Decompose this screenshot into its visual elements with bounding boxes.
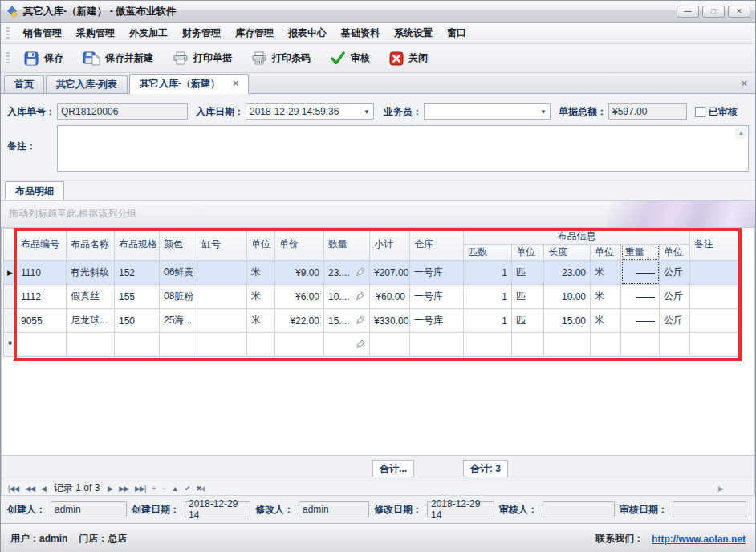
grid-cell-length[interactable]: 23.00 <box>544 261 591 285</box>
grid-cell-qty[interactable] <box>324 333 370 357</box>
menu-grip-handle[interactable] <box>6 27 10 40</box>
col-header-spec[interactable]: 布品规格 <box>115 229 160 261</box>
grid-cell-name[interactable]: 假真丝 <box>67 285 115 309</box>
nav-prev-icon[interactable]: ◀ <box>38 485 49 493</box>
grid-row[interactable]: ▶1110有光斜纹15206鲜黄米¥9.0023....¥207.00一号库1匹… <box>4 261 742 285</box>
grid-cell-length_unit[interactable] <box>591 333 621 357</box>
date-dropdown[interactable]: 2018-12-29 14:59:36 ▼ <box>246 104 374 120</box>
grid-cell-color[interactable] <box>160 333 197 357</box>
nav-prev-page-icon[interactable]: ◀◀ <box>22 485 38 493</box>
grid-cell-remark[interactable] <box>690 285 742 309</box>
grid-cell-name[interactable]: 尼龙球... <box>67 309 115 333</box>
grid-cell-batch[interactable] <box>197 309 247 333</box>
col-header-remark[interactable]: 备注 <box>690 229 742 261</box>
tab-home[interactable]: 首页 <box>4 75 44 93</box>
grid-cell-spec[interactable]: 155 <box>115 285 160 309</box>
grid-cell-warehouse[interactable]: 一号库 <box>410 261 464 285</box>
col-header-warehouse[interactable]: 仓库 <box>410 229 464 261</box>
maximize-button[interactable]: □ <box>702 6 725 18</box>
col-header-weight[interactable]: 重量 <box>621 245 660 261</box>
minimize-button[interactable]: — <box>677 6 699 18</box>
website-link[interactable]: http://www.aolan.net <box>652 534 746 545</box>
remark-textarea[interactable]: ▲ <box>57 125 749 172</box>
total-field[interactable]: ¥597.00 <box>608 104 687 120</box>
grid-cell-spec[interactable] <box>115 333 160 357</box>
grid-cell-color[interactable]: 08脏粉 <box>160 285 197 309</box>
grid-cell-length[interactable] <box>544 333 591 357</box>
grid-cell-batch[interactable] <box>197 285 247 309</box>
save-and-new-button[interactable]: 保存并新建 <box>73 48 163 69</box>
nav-last-icon[interactable]: ▶▶| <box>132 485 148 493</box>
tabbar-close-icon[interactable]: × <box>741 77 747 89</box>
grid-cell-length_unit[interactable]: 米 <box>591 261 621 285</box>
close-button[interactable]: ✕ <box>728 6 750 18</box>
nav-next-page-icon[interactable]: ▶▶ <box>116 485 132 493</box>
auditor-field[interactable] <box>543 501 615 518</box>
menu-item-2[interactable]: 外发加工 <box>122 24 175 43</box>
menu-item-4[interactable]: 库存管理 <box>228 24 281 43</box>
menu-item-3[interactable]: 财务管理 <box>175 24 228 43</box>
audit-button[interactable]: 审核 <box>320 48 380 68</box>
grid-row[interactable]: 1112假真丝15508脏粉米¥6.0010....¥60.00一号库1匹10.… <box>4 285 742 309</box>
grid-cell-color[interactable]: 25海... <box>160 309 197 333</box>
grid-cell-remark[interactable] <box>690 261 742 285</box>
grid-cell-batch[interactable] <box>197 333 247 357</box>
grid-cell-subtotal[interactable]: ¥330.00 <box>370 309 410 333</box>
creator-field[interactable]: admin <box>51 501 127 518</box>
grid-cell-length[interactable]: 15.00 <box>544 309 591 333</box>
col-header-code[interactable]: 布品编号 <box>17 229 67 261</box>
grid-cell-pieces[interactable]: 1 <box>464 285 512 309</box>
audited-checkbox[interactable] <box>695 107 705 117</box>
menu-item-0[interactable]: 销售管理 <box>16 24 69 43</box>
grid-cell-pieces_unit[interactable]: 匹 <box>512 285 544 309</box>
grid-cell-weight_unit[interactable]: 公斤 <box>660 261 690 285</box>
menu-item-7[interactable]: 系统设置 <box>387 24 440 43</box>
grid-cell-qty[interactable]: 10.... <box>324 285 370 309</box>
nav-delete-icon[interactable]: − <box>159 485 169 493</box>
menu-item-8[interactable]: 窗口 <box>440 24 474 43</box>
sum-count-box[interactable]: 合计: 3 <box>463 460 508 477</box>
grid-cell-length[interactable]: 10.00 <box>544 285 591 309</box>
grid-cell-unit[interactable]: 米 <box>247 261 275 285</box>
grid-cell-qty[interactable]: 23.... <box>324 261 370 285</box>
salesman-dropdown[interactable]: ▼ <box>424 104 551 120</box>
grid-cell-name[interactable]: 有光斜纹 <box>67 261 115 285</box>
sum-amount-box[interactable]: 合计... <box>372 460 414 477</box>
col-header-subtotal[interactable]: 小计 <box>370 229 410 261</box>
grid-cell-weight[interactable]: —— <box>621 285 660 309</box>
col-header-unit[interactable]: 单位 <box>247 229 275 261</box>
col-header-name[interactable]: 布品名称 <box>67 229 115 261</box>
grid-cell-warehouse[interactable] <box>410 333 464 357</box>
nav-commit-icon[interactable]: ✔ <box>181 485 193 493</box>
edit-pencil-icon[interactable] <box>355 267 365 278</box>
hscroll-right-icon[interactable]: ▶ <box>718 485 724 493</box>
modifier-field[interactable]: admin <box>299 501 369 518</box>
row-indicator-cell[interactable] <box>4 309 17 333</box>
col-group-fabric-info[interactable]: 布品信息 <box>464 229 690 245</box>
grid-cell-weight[interactable]: —— <box>621 261 660 285</box>
group-by-bar[interactable]: 拖动列标题至此,根据该列分组 <box>1 200 755 228</box>
grid-cell-pieces[interactable]: 1 <box>464 309 512 333</box>
grid-cell-weight_unit[interactable] <box>660 333 690 357</box>
grid-cell-name[interactable] <box>67 333 115 357</box>
row-indicator-cell[interactable]: ▶ <box>4 261 17 285</box>
create-date-field[interactable]: 2018-12-29 14 <box>185 501 250 518</box>
menu-item-6[interactable]: 基础资料 <box>334 24 387 43</box>
dropdown-caret-icon[interactable]: ▼ <box>540 108 547 116</box>
grid-cell-spec[interactable]: 152 <box>115 261 160 285</box>
nav-add-icon[interactable]: + <box>148 485 158 493</box>
tab-inbound-new[interactable]: 其它入库-（新建） × <box>129 74 249 94</box>
grid-cell-price[interactable] <box>275 333 324 357</box>
row-indicator-cell[interactable] <box>4 285 17 309</box>
col-header-batch[interactable]: 缸号 <box>197 229 247 261</box>
grid-cell-unit[interactable]: 米 <box>247 309 275 333</box>
grid-cell-color[interactable]: 06鲜黄 <box>160 261 197 285</box>
grid-new-row[interactable]: * <box>4 333 742 357</box>
col-header-color[interactable]: 颜色 <box>160 229 197 261</box>
grid-cell-qty[interactable]: 15.... <box>324 309 370 333</box>
edit-pencil-icon[interactable] <box>355 315 365 326</box>
grid-cell-unit[interactable]: 米 <box>247 285 275 309</box>
grid-cell-price[interactable]: ¥6.00 <box>275 285 324 309</box>
nav-first-icon[interactable]: |◀◀ <box>5 485 22 493</box>
dropdown-caret-icon[interactable]: ▼ <box>364 108 370 116</box>
